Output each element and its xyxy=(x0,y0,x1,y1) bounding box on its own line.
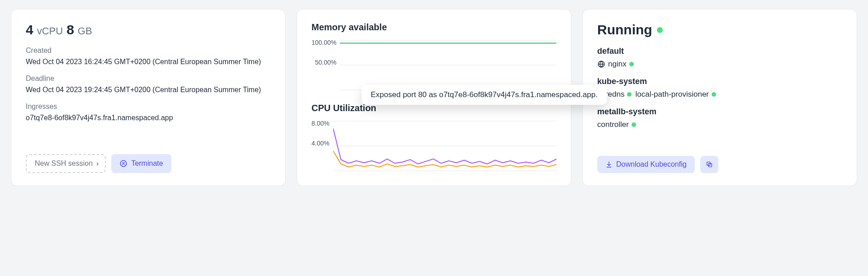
status-card: Running defaultnginxkube-systemcorednslo… xyxy=(582,9,857,186)
status-dot-icon xyxy=(629,62,634,66)
cpu-y-tick: 8.00% xyxy=(311,120,330,127)
created-value: Wed Oct 04 2023 16:24:45 GMT+0200 (Centr… xyxy=(26,56,271,67)
new-ssh-session-label: New SSH session xyxy=(35,159,93,168)
download-icon xyxy=(605,161,613,168)
pod-row: corednslocal-path-provisioner xyxy=(597,90,842,99)
pod-item[interactable]: local-path-provisioner xyxy=(635,90,716,99)
spec-line: 4 vCPU 8 GB xyxy=(26,22,271,37)
cpu-chart xyxy=(333,119,557,173)
deadline-label: Deadline xyxy=(26,75,271,83)
close-circle-icon xyxy=(119,159,127,168)
pod-item[interactable]: nginx xyxy=(597,60,634,69)
memory-chart-title: Memory available xyxy=(311,22,557,33)
memory-y-axis: 100.00% 50.00% xyxy=(311,38,336,92)
pod-item[interactable]: controller xyxy=(597,120,636,129)
ingress-tooltip-text: Exposed port 80 as o7tq7e8-6of8k97v4j47s… xyxy=(371,90,598,99)
namespace-list: defaultnginxkube-systemcorednslocal-path… xyxy=(597,47,842,137)
status-dot-icon xyxy=(627,92,632,97)
globe-icon xyxy=(597,60,605,68)
instance-info-card: 4 vCPU 8 GB Created Wed Oct 04 2023 16:2… xyxy=(11,9,286,186)
ingresses-label: Ingresses xyxy=(26,103,271,111)
cpu-y-tick: 4.00% xyxy=(311,140,330,147)
memory-y-tick: 50.00% xyxy=(315,59,336,66)
status-dot-icon xyxy=(712,92,716,97)
mem-unit: GB xyxy=(78,25,92,37)
cpu-y-axis: 8.00% 4.00% xyxy=(311,119,330,173)
namespace-title: kube-system xyxy=(597,77,842,86)
pod-row: controller xyxy=(597,120,842,129)
created-label: Created xyxy=(26,47,271,55)
download-kubeconfig-label: Download Kubeconfig xyxy=(616,160,687,168)
pod-name: nginx xyxy=(608,60,627,69)
pod-row: nginx xyxy=(597,60,842,69)
vcpu-value: 4 xyxy=(26,22,33,37)
status-title: Running xyxy=(597,22,652,37)
terminate-button[interactable]: Terminate xyxy=(111,154,171,173)
pod-name: controller xyxy=(597,120,629,129)
ingress-tooltip: Exposed port 80 as o7tq7e8-6of8k97v4j47s… xyxy=(362,85,607,105)
namespace-title: default xyxy=(597,47,842,56)
status-dot-icon xyxy=(632,122,636,127)
namespace-title: metallb-system xyxy=(597,107,842,117)
pod-name: local-path-provisioner xyxy=(635,90,709,99)
cpu-chart-block: CPU Utilization 8.00% 4.00% xyxy=(311,103,557,173)
download-kubeconfig-button[interactable]: Download Kubeconfig xyxy=(597,156,695,173)
copy-button[interactable] xyxy=(700,156,718,173)
mem-value: 8 xyxy=(66,22,74,37)
deadline-value: Wed Oct 04 2023 19:24:45 GMT+0200 (Centr… xyxy=(26,84,271,95)
memory-chart xyxy=(340,38,557,92)
new-ssh-session-button[interactable]: New SSH session ›› xyxy=(26,154,106,173)
memory-y-tick: 100.00% xyxy=(311,39,336,46)
status-dot-icon xyxy=(657,27,663,33)
chevron-right-icon: ›› xyxy=(96,160,97,167)
copy-icon xyxy=(706,161,713,168)
terminate-label: Terminate xyxy=(131,159,163,168)
vcpu-unit: vCPU xyxy=(37,25,63,37)
memory-chart-block: Memory available 100.00% 50.00% xyxy=(311,22,557,92)
ingresses-value: o7tq7e8-6of8k97v4j47s.fra1.namespaced.ap… xyxy=(26,112,271,123)
